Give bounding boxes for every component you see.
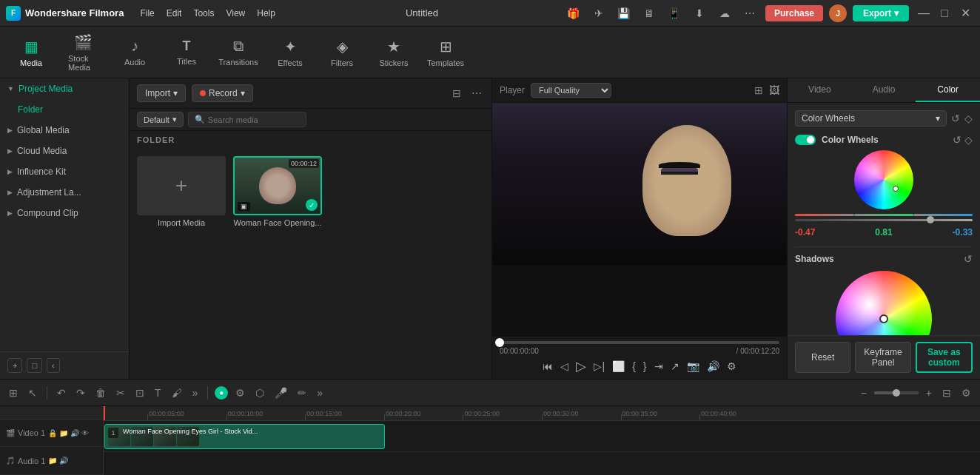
gift-icon[interactable]: 🎁: [564, 4, 583, 23]
search-input[interactable]: [208, 115, 297, 124]
color-wheels-dropdown[interactable]: Color Wheels ▾: [795, 110, 947, 127]
menu-help[interactable]: Help: [252, 7, 280, 20]
sidebar-item-folder[interactable]: Folder: [0, 99, 129, 120]
timeline-mic-button[interactable]: 🎤: [272, 385, 290, 400]
tab-stickers[interactable]: ★ Stickers: [370, 33, 417, 72]
timeline-minus-button[interactable]: −: [858, 385, 870, 400]
tab-audio[interactable]: ♪ Audio: [111, 33, 158, 71]
video-folder-icon[interactable]: 📁: [59, 429, 68, 437]
minimize-button[interactable]: —: [915, 4, 933, 22]
volume-button[interactable]: 🔊: [707, 360, 719, 372]
purchase-button[interactable]: Purchase: [765, 5, 823, 21]
grid-icon[interactable]: ⋯: [740, 4, 759, 23]
more-options-icon[interactable]: ⋯: [469, 85, 484, 101]
add-to-timeline-button[interactable]: ↗: [671, 360, 679, 372]
timeline-green-button[interactable]: ●: [215, 386, 228, 400]
reset-button[interactable]: Reset: [795, 342, 850, 373]
menu-edit[interactable]: Edit: [162, 7, 187, 20]
menu-view[interactable]: View: [221, 7, 249, 20]
menu-file[interactable]: File: [135, 7, 158, 20]
record-button[interactable]: Record ▾: [192, 84, 253, 102]
timeline-crop-button[interactable]: ⊡: [132, 385, 147, 400]
timeline-more-button[interactable]: »: [189, 385, 201, 400]
timeline-delete-button[interactable]: 🗑: [93, 385, 109, 400]
collapse-panel-button[interactable]: ‹: [47, 358, 60, 373]
zoom-thumb[interactable]: [874, 391, 919, 394]
play-button[interactable]: ▷: [576, 358, 586, 374]
tab-audio[interactable]: Audio: [852, 78, 916, 102]
photo-view-button[interactable]: 🖼: [769, 84, 779, 96]
mark-in-button[interactable]: {: [632, 360, 636, 372]
video-eye-icon[interactable]: 👁: [81, 429, 89, 437]
sidebar-item-project-media[interactable]: ▼ Project Media: [0, 78, 129, 99]
fullscreen-button[interactable]: ⬜: [612, 360, 625, 372]
timeline-plus-button[interactable]: +: [923, 385, 935, 400]
tab-filters[interactable]: ◈ Filters: [318, 33, 366, 72]
mark-out-button[interactable]: }: [643, 360, 647, 372]
sidebar-item-compound-clip[interactable]: ▶ Compound Clip: [0, 203, 129, 223]
snapshot-button[interactable]: 📷: [687, 360, 699, 372]
grid-view-button[interactable]: ⊞: [754, 84, 763, 96]
timeline-settings-button[interactable]: ⚙: [959, 385, 974, 400]
reset-wheel-button[interactable]: ↺: [951, 112, 960, 124]
download-icon[interactable]: ⬇: [690, 4, 709, 23]
keyframe-panel-button[interactable]: Keyframe Panel: [855, 342, 910, 373]
progress-bar[interactable]: [500, 341, 779, 344]
timeline-undo-button[interactable]: ⊞: [6, 385, 21, 400]
menu-tools[interactable]: Tools: [189, 7, 218, 20]
timeline-text-button[interactable]: T: [152, 385, 164, 400]
video-volume-icon[interactable]: 🔊: [70, 429, 79, 437]
sidebar-item-global-media[interactable]: ▶ Global Media: [0, 120, 129, 141]
default-sort-button[interactable]: Default ▾: [137, 112, 184, 127]
highlights-diamond-button[interactable]: ◇: [964, 134, 973, 146]
toggle-switch[interactable]: [795, 135, 816, 145]
tab-effects[interactable]: ✦ Effects: [266, 33, 314, 72]
highlights-reset-button[interactable]: ↺: [953, 134, 961, 146]
avatar[interactable]: J: [829, 4, 847, 22]
add-folder-button[interactable]: +: [7, 358, 22, 373]
cloud-upload-icon[interactable]: ☁: [715, 4, 734, 23]
video-clip[interactable]: 1 Woman Face Opening Eyes Girl - Stock V…: [104, 424, 385, 449]
shadows-reset-button[interactable]: ↺: [964, 253, 973, 265]
timeline-grid-button[interactable]: ⊟: [939, 385, 954, 400]
progress-thumb[interactable]: [495, 338, 504, 347]
maximize-button[interactable]: □: [936, 4, 953, 22]
import-button[interactable]: Import ▾: [137, 84, 186, 102]
tab-color[interactable]: Color: [916, 78, 980, 102]
video-lock-icon[interactable]: 🔒: [48, 429, 57, 437]
audio-folder-icon[interactable]: 📁: [48, 457, 57, 465]
timeline-pointer-button[interactable]: ↖: [25, 385, 40, 400]
diamond-button[interactable]: ◇: [964, 112, 973, 124]
timeline-undo2-button[interactable]: ↶: [54, 385, 69, 400]
tab-templates[interactable]: ⊞ Templates: [422, 33, 469, 72]
quality-select[interactable]: Full Quality Half Quality Quarter Qualit…: [531, 83, 611, 98]
save-cloud-icon[interactable]: 💾: [614, 4, 634, 23]
next-frame-button[interactable]: ▷|: [594, 360, 605, 372]
sidebar-item-influence-kit[interactable]: ▶ Influence Kit: [0, 161, 129, 182]
timeline-paint-button[interactable]: 🖌: [169, 385, 185, 400]
prev-frame-button[interactable]: ◁: [560, 360, 568, 372]
video-media-item[interactable]: 00:00:12 ▣ ✓ Woman Face Opening...: [233, 156, 322, 227]
timeline-cut-button[interactable]: ✂: [113, 385, 128, 400]
import-media-item[interactable]: + Import Media: [137, 156, 226, 227]
highlights-slider-thumb[interactable]: [927, 216, 934, 223]
tab-stock-media[interactable]: 🎬 Stock Media: [59, 29, 107, 76]
sidebar-item-cloud-media[interactable]: ▶ Cloud Media: [0, 141, 129, 161]
insert-button[interactable]: ⇥: [654, 360, 663, 372]
tab-media[interactable]: ▦ Media: [7, 33, 55, 72]
save-as-custom-button[interactable]: Save as custom: [916, 342, 973, 373]
close-button[interactable]: ✕: [956, 4, 974, 22]
skip-back-button[interactable]: ⏮: [543, 360, 553, 372]
export-button[interactable]: Export ▾: [853, 5, 909, 21]
new-folder-button[interactable]: □: [27, 358, 42, 373]
tab-video[interactable]: Video: [788, 78, 852, 102]
timeline-more2-button[interactable]: »: [314, 385, 326, 400]
timeline-edit2-button[interactable]: ✏: [295, 385, 309, 400]
timeline-redo-button[interactable]: ↷: [73, 385, 88, 400]
highlights-slider[interactable]: [795, 219, 973, 221]
sidebar-item-adjustment[interactable]: ▶ Adjustment La...: [0, 182, 129, 203]
audio-volume-icon[interactable]: 🔊: [59, 457, 68, 465]
zoom-slider[interactable]: [874, 391, 919, 394]
highlights-color-wheel[interactable]: [854, 150, 913, 209]
timeline-gear-button[interactable]: ⚙: [232, 385, 248, 400]
